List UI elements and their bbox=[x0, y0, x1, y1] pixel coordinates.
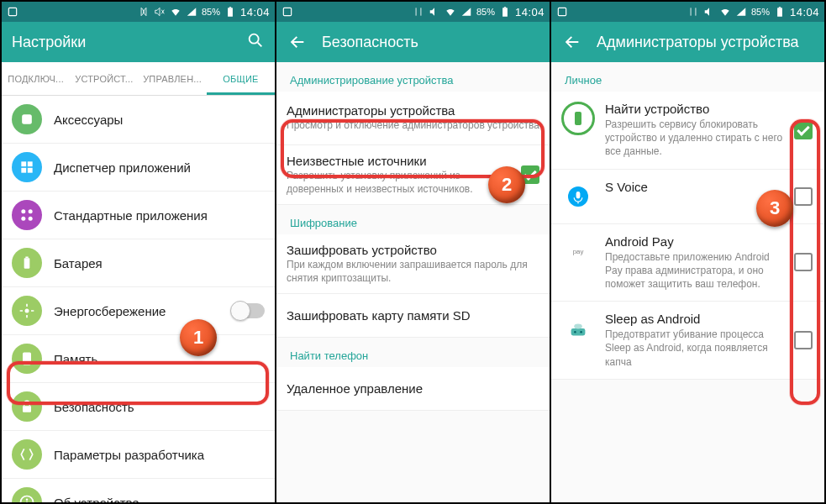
checkbox[interactable] bbox=[794, 253, 813, 271]
svg-rect-17 bbox=[23, 406, 31, 412]
admin-row[interactable]: S Voice bbox=[551, 170, 824, 224]
section-title: Найти телефон bbox=[276, 338, 550, 367]
header: Администраторы устройства bbox=[551, 22, 824, 62]
wifi-icon bbox=[445, 6, 456, 18]
wifi-icon bbox=[719, 6, 731, 18]
svg-rect-4 bbox=[22, 114, 32, 124]
battery-percent: 85% bbox=[476, 7, 495, 17]
security-row[interactable]: Администраторы устройстваПросмотр и откл… bbox=[276, 92, 550, 145]
nfc-icon bbox=[413, 6, 424, 18]
svg-rect-23 bbox=[504, 7, 506, 8]
settings-row[interactable]: Батарея bbox=[2, 239, 275, 287]
row-label: Администраторы устройства bbox=[287, 103, 539, 118]
admin-subtitle: Разрешить сервису блокировать устройство… bbox=[605, 118, 787, 159]
findphone-icon bbox=[561, 102, 595, 135]
security-row[interactable]: Удаленное управление bbox=[276, 367, 550, 411]
tab-connections[interactable]: ПОДКЛЮЧ... bbox=[2, 62, 70, 95]
screen-security: 85% 14:04 Безопасность Администрирование… bbox=[276, 2, 551, 502]
admin-subtitle: Предоставьте приложению Android Pay прав… bbox=[605, 250, 787, 291]
row-subtitle: При каждом включении запрашивается парол… bbox=[287, 259, 539, 285]
row-subtitle: Просмотр и отключение администраторов ус… bbox=[287, 119, 539, 133]
svg-rect-20 bbox=[26, 501, 28, 502]
checkbox[interactable] bbox=[794, 331, 813, 349]
row-subtitle: Разрешить установку приложений из довере… bbox=[287, 170, 514, 196]
svg-text:pay: pay bbox=[573, 248, 584, 255]
admin-label: S Voice bbox=[605, 180, 787, 194]
screenshot-icon bbox=[7, 6, 18, 18]
power-icon bbox=[12, 296, 42, 326]
security-row[interactable]: Зашифровать устройствоПри каждом включен… bbox=[276, 234, 550, 294]
svg-rect-32 bbox=[571, 328, 586, 335]
svg-rect-25 bbox=[777, 8, 782, 16]
settings-row[interactable]: Диспетчер приложений bbox=[2, 144, 275, 192]
settings-row[interactable]: Аксессуары bbox=[2, 96, 275, 144]
back-icon[interactable] bbox=[561, 31, 583, 53]
three-panel-frame: 85% 14:04 Настройки ПОДКЛЮЧ... УСТРОЙСТ.… bbox=[0, 0, 826, 504]
lock-icon bbox=[12, 391, 42, 422]
checkbox[interactable] bbox=[794, 187, 813, 206]
checkbox[interactable] bbox=[521, 165, 539, 184]
svg-rect-13 bbox=[24, 258, 30, 269]
row-label: Стандартные приложения bbox=[54, 208, 265, 223]
signal-icon bbox=[735, 6, 747, 18]
row-label: Зашифровать карту памяти SD bbox=[287, 308, 539, 323]
tab-control[interactable]: УПРАВЛЕН... bbox=[139, 62, 207, 95]
screen-device-admins: 85% 14:04 Администраторы устройства Личн… bbox=[551, 2, 824, 502]
back-icon[interactable] bbox=[287, 31, 308, 53]
svg-rect-29 bbox=[576, 192, 581, 198]
battery-percent: 85% bbox=[751, 7, 770, 17]
settings-row[interactable]: Безопасность bbox=[2, 383, 275, 431]
storage-icon bbox=[12, 344, 42, 374]
header: Безопасность bbox=[276, 22, 550, 62]
security-list[interactable]: Администрирование устройстваАдминистрато… bbox=[276, 62, 550, 502]
section-title: Администрирование устройства bbox=[276, 62, 550, 92]
settings-row[interactable]: Об устройстве bbox=[2, 479, 275, 502]
admin-row[interactable]: Найти устройствоРазрешить сервису блокир… bbox=[551, 92, 824, 170]
battery-percent: 85% bbox=[202, 7, 220, 17]
admins-list[interactable]: Личное Найти устройствоРазрешить сервису… bbox=[551, 62, 824, 502]
accessory-icon bbox=[12, 104, 42, 134]
settings-row[interactable]: Стандартные приложения bbox=[2, 192, 275, 239]
sleep-icon bbox=[561, 312, 595, 345]
svg-rect-8 bbox=[28, 168, 33, 173]
signal-icon bbox=[460, 6, 472, 18]
svg-rect-21 bbox=[283, 8, 291, 15]
svg-rect-22 bbox=[502, 8, 508, 16]
svg-point-3 bbox=[250, 34, 259, 43]
settings-row[interactable]: Параметры разработчика bbox=[2, 431, 275, 479]
battery-icon bbox=[224, 6, 236, 18]
svg-rect-0 bbox=[8, 8, 16, 15]
androidpay-icon: pay bbox=[561, 234, 595, 268]
battery-icon bbox=[774, 6, 786, 18]
header: Настройки bbox=[2, 22, 275, 62]
admin-row[interactable]: Sleep as AndroidПредотвратит убивание пр… bbox=[551, 302, 824, 380]
tabs: ПОДКЛЮЧ... УСТРОЙСТ... УПРАВЛЕН... ОБЩИЕ bbox=[2, 62, 275, 96]
page-title: Безопасность bbox=[322, 34, 539, 51]
settings-row[interactable]: Память bbox=[2, 335, 275, 383]
row-label: Неизвестные источники bbox=[287, 154, 514, 168]
svg-rect-26 bbox=[779, 7, 781, 8]
admin-label: Sleep as Android bbox=[605, 312, 787, 326]
row-label: Аксессуары bbox=[54, 113, 265, 127]
svg-rect-24 bbox=[558, 8, 566, 15]
svg-rect-2 bbox=[229, 7, 231, 8]
mute-icon bbox=[429, 6, 440, 18]
statusbar: 85% 14:04 bbox=[2, 2, 275, 22]
svg-point-34 bbox=[580, 331, 581, 333]
clock: 14:04 bbox=[240, 6, 270, 18]
svg-point-9 bbox=[21, 209, 25, 213]
svg-point-11 bbox=[21, 217, 25, 221]
search-icon[interactable] bbox=[246, 31, 265, 54]
security-row[interactable]: Зашифровать карту памяти SD bbox=[276, 294, 550, 338]
toggle[interactable] bbox=[233, 303, 265, 318]
svg-point-35 bbox=[574, 324, 582, 329]
settings-row[interactable]: Энергосбережение bbox=[2, 287, 275, 335]
settings-list[interactable]: АксессуарыДиспетчер приложенийСтандартны… bbox=[2, 96, 275, 502]
mute-icon bbox=[703, 6, 715, 18]
checkbox[interactable] bbox=[794, 121, 813, 139]
tab-device[interactable]: УСТРОЙСТ... bbox=[70, 62, 138, 95]
about-icon bbox=[12, 487, 42, 502]
admin-row[interactable]: payAndroid PayПредоставьте приложению An… bbox=[551, 224, 824, 302]
tab-general[interactable]: ОБЩИЕ bbox=[207, 62, 275, 95]
security-row[interactable]: Неизвестные источникиРазрешить установку… bbox=[276, 145, 550, 205]
